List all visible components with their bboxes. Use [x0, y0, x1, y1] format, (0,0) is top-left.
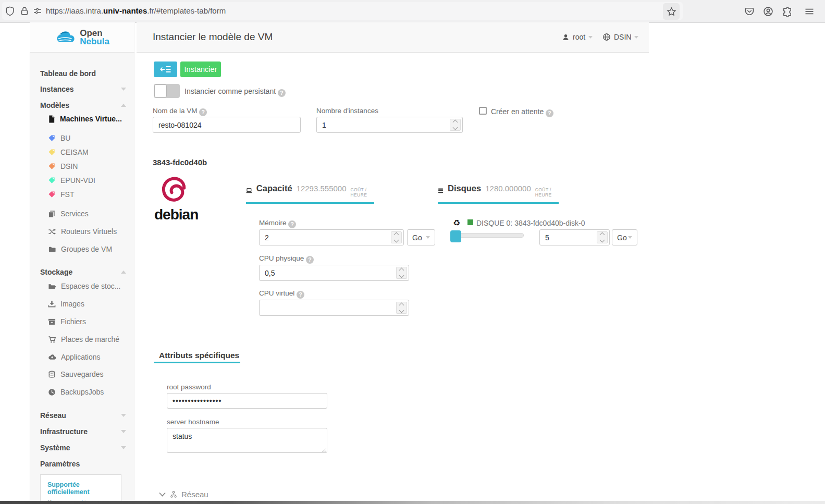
persistent-label: Instancier comme persistant ? — [184, 87, 286, 97]
sidebar-item-apps[interactable]: Applications — [48, 351, 153, 363]
vm-name-input[interactable] — [153, 117, 300, 132]
pending-label: Créer en attente ? — [491, 107, 553, 117]
opennebula-cloud-icon — [55, 30, 77, 45]
help-icon[interactable]: ? — [546, 109, 553, 117]
sidebar-item-network[interactable]: Réseau — [40, 410, 145, 421]
memory-unit-select[interactable]: Go — [407, 229, 435, 245]
sidebar-item-services[interactable]: Services — [48, 208, 153, 219]
back-to-list-button[interactable] — [154, 62, 177, 77]
sidebar-item-vm-groups[interactable]: Groupes de VM — [48, 243, 153, 255]
sidebar-item-marketplaces[interactable]: Places de marché — [48, 334, 153, 345]
vcpu-stepper[interactable] — [396, 302, 407, 314]
user-icon — [562, 33, 570, 41]
template-id: 3843-fdc0d40b — [153, 158, 207, 167]
help-icon[interactable]: ? — [297, 291, 304, 299]
lock-icon[interactable] — [20, 6, 29, 16]
memory-input[interactable] — [260, 230, 403, 245]
sidebar-label-epun-vdi[interactable]: EPUN-VDI — [48, 175, 153, 186]
chevron-down-icon — [121, 446, 126, 449]
disk-unit-select[interactable]: Go — [612, 229, 637, 245]
account-icon[interactable] — [760, 3, 777, 20]
archive-box-icon — [48, 318, 56, 326]
sidebar-label-dsin[interactable]: DSIN — [48, 161, 153, 172]
tracking-shield-icon[interactable] — [5, 6, 15, 16]
url-text[interactable]: https://iaas.intra.univ-nantes.fr/#templ… — [46, 6, 226, 15]
sidebar-label-fst[interactable]: FST — [48, 189, 153, 200]
disks-cost: 1280.000000 — [485, 184, 531, 193]
back-list-icon — [160, 66, 171, 73]
sidebar-item-settings[interactable]: Paramètres — [40, 458, 145, 470]
root-password-input[interactable] — [167, 394, 327, 408]
instances-field-wrap — [316, 117, 463, 133]
sidebar-item-virtual-routers[interactable]: Routeurs Virtuels — [48, 226, 153, 237]
root-password-label: root password — [167, 383, 211, 391]
help-icon[interactable]: ? — [199, 108, 207, 116]
network-icon — [170, 490, 177, 498]
sidebar-label-ceisam[interactable]: CEISAM — [48, 146, 153, 158]
pending-checkbox[interactable] — [479, 107, 487, 115]
sidebar-item-infrastructure[interactable]: Infrastructure — [40, 426, 145, 437]
debian-wordmark: debian — [154, 206, 196, 223]
vm-name-field-wrap — [153, 117, 301, 133]
memory-field-wrap — [259, 229, 404, 245]
network-accordion[interactable]: Réseau — [159, 490, 208, 499]
help-icon[interactable]: ? — [306, 256, 314, 264]
hostname-textarea[interactable]: status — [167, 428, 327, 453]
sidebar-item-templates[interactable]: Modèles — [40, 100, 145, 111]
permissions-icon[interactable] — [33, 7, 42, 15]
clock-icon — [48, 388, 56, 396]
tag-icon — [48, 134, 56, 142]
vcpu-input[interactable] — [260, 300, 409, 315]
opennebula-logo[interactable]: OpenNebula — [30, 22, 134, 53]
instances-stepper[interactable] — [450, 119, 461, 131]
sidebar-item-vm-templates[interactable]: Machines Virtue... — [48, 113, 153, 125]
disk-label: DISQUE 0: 3843-fdc0d40b-disk-0 — [476, 219, 585, 227]
cpu-input[interactable] — [260, 265, 409, 280]
menu-hamburger-icon[interactable] — [801, 3, 818, 20]
instances-label: Nombre d'instances — [316, 107, 378, 115]
capacity-panel-header: Capacité 12293.555000 COÛT / HEURE — [246, 183, 374, 204]
sidebar-item-backups[interactable]: Sauvegardes — [48, 368, 153, 380]
bookmark-star-icon[interactable] — [663, 3, 680, 20]
extensions-puzzle-icon[interactable] — [779, 3, 795, 20]
chevron-down-icon — [628, 236, 632, 239]
folder-icon — [48, 245, 56, 253]
logo-line2: Nebula — [80, 38, 109, 46]
sidebar-item-files[interactable]: Fichiers — [48, 316, 153, 327]
disk-size-stepper[interactable] — [597, 231, 608, 243]
instantiate-button[interactable]: Instancier — [180, 62, 221, 77]
chevron-down-icon — [159, 492, 166, 497]
browser-toolbar: https://iaas.intra.univ-nantes.fr/#templ… — [0, 0, 825, 23]
sidebar-item-system[interactable]: Système — [40, 442, 145, 453]
chevron-up-icon — [121, 104, 126, 107]
disk-size-slider-track[interactable] — [451, 233, 524, 238]
sidebar-item-storage[interactable]: Stockage — [40, 266, 145, 278]
shuffle-icon — [48, 228, 56, 236]
disk-size-slider-handle[interactable] — [450, 230, 461, 242]
memory-stepper[interactable] — [391, 231, 402, 243]
tag-icon — [48, 149, 56, 156]
page-title: Instancier le modèle de VM — [153, 31, 273, 43]
globe-icon — [602, 33, 611, 41]
memory-label: Mémoire ? — [259, 219, 296, 228]
sidebar-label-bu[interactable]: BU — [48, 132, 153, 144]
zone-menu[interactable]: DSIN — [602, 33, 638, 41]
cpu-stepper[interactable] — [396, 267, 407, 279]
pocket-icon[interactable] — [741, 3, 758, 20]
help-icon[interactable]: ? — [278, 89, 286, 97]
window-bottom-edge — [0, 501, 825, 504]
help-icon[interactable]: ? — [288, 220, 296, 228]
persistent-toggle[interactable] — [154, 84, 180, 98]
sidebar-item-instances[interactable]: Instances — [40, 83, 145, 95]
database-icon — [48, 371, 56, 378]
sidebar-item-images[interactable]: Images — [48, 298, 153, 310]
sidebar-item-backupjobs[interactable]: BackupsJobs — [48, 386, 153, 398]
support-link[interactable]: Supportée officiellement — [47, 481, 121, 496]
sidebar-item-dashboard[interactable]: Tableau de bord — [40, 68, 145, 79]
sidebar-item-datastores[interactable]: Espaces de stoc... — [48, 280, 153, 292]
user-menu[interactable]: root — [562, 33, 593, 41]
vm-name-label: Nom de la VM ? — [153, 107, 207, 116]
attributes-tab[interactable]: Attributs spécifiques — [159, 351, 239, 360]
instances-input[interactable] — [317, 117, 462, 132]
hostname-label: server hostname — [167, 418, 219, 426]
